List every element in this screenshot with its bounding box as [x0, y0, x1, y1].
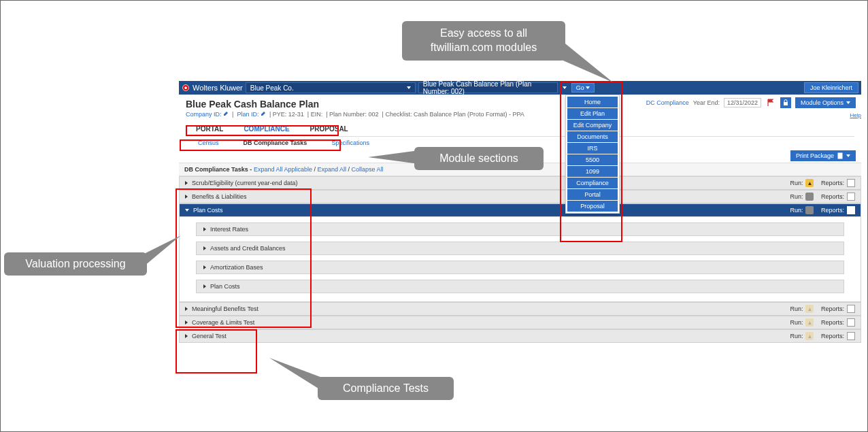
plan-selector[interactable]: Blue Peak Cash Balance Plan (Plan Number…	[418, 82, 558, 93]
print-package-button[interactable]: Print Package	[790, 150, 856, 161]
expand-applicable-link[interactable]: Expand All Applicable	[254, 166, 312, 173]
go-edit-plan[interactable]: Edit Plan	[567, 108, 618, 119]
callout-top-tail	[558, 38, 627, 93]
lock-icon[interactable]	[780, 97, 791, 108]
go-irs[interactable]: IRS	[567, 143, 618, 154]
task-general[interactable]: General Test Run:▲ Reports:	[179, 329, 861, 343]
warn-icon: ▲	[805, 332, 814, 340]
help-link[interactable]: Help	[850, 112, 861, 118]
year-end-label: Year End:	[693, 99, 720, 106]
go-edit-company[interactable]: Edit Company	[567, 120, 618, 131]
checkbox[interactable]	[847, 305, 855, 313]
go-documents[interactable]: Documents	[567, 131, 618, 142]
task-meaningful[interactable]: Meaningful Benefits Test Run:▲ Reports:	[179, 302, 861, 316]
status-icon	[805, 206, 814, 214]
chevron-down-icon	[407, 86, 411, 89]
callout-bottom-tail	[269, 358, 324, 392]
tabs-main: PORTAL COMPLIANCE PROPOSAL	[186, 122, 854, 136]
subtask-assets-credit[interactable]: Assets and Credit Balances	[196, 242, 844, 255]
go-proposal[interactable]: Proposal	[567, 201, 618, 212]
tab-proposal[interactable]: PROPOSAL	[300, 122, 358, 136]
task-scrub[interactable]: Scrub/Eligibility (current year-end data…	[179, 176, 861, 190]
subtask-plan-costs[interactable]: Plan Costs	[196, 280, 844, 293]
go-1099[interactable]: 1099	[567, 166, 618, 177]
go-5500[interactable]: 5500	[567, 154, 618, 165]
svg-marker-1	[368, 150, 419, 164]
svg-marker-3	[269, 358, 324, 392]
document-icon	[837, 152, 844, 159]
tab-compliance[interactable]: COMPLIANCE	[233, 122, 299, 136]
callout-mid: Module sections	[414, 147, 544, 170]
subtask-amortization[interactable]: Amortization Bases	[196, 261, 844, 274]
go-home[interactable]: Home	[567, 97, 618, 107]
warn-icon: ▲	[805, 179, 814, 187]
svg-point-5	[184, 86, 187, 89]
brand-icon	[182, 84, 190, 92]
company-selector[interactable]: Blue Peak Co.	[246, 82, 416, 93]
callout-left-tail	[140, 235, 188, 269]
plan-costs-subtasks: Interest Rates Assets and Credit Balance…	[179, 217, 861, 302]
warn-icon: ▲	[805, 305, 814, 313]
tab-portal[interactable]: PORTAL	[186, 122, 233, 136]
svg-rect-7	[838, 153, 842, 159]
subtask-interest-rates[interactable]: Interest Rates	[196, 222, 844, 236]
company-id-link[interactable]: Company ID:	[186, 111, 229, 118]
header-tools: DC Compliance Year End: 12/31/2022 Modul…	[646, 97, 856, 108]
plan-id-link[interactable]: Plan ID:	[237, 111, 266, 118]
module-options-button[interactable]: Module Options	[795, 97, 856, 108]
checkbox[interactable]	[847, 318, 855, 327]
checkbox[interactable]	[847, 193, 855, 201]
callout-top: Easy access to all ftwilliam.com modules	[402, 21, 565, 61]
app-window: Wolters Kluwer Blue Peak Co. Blue Peak C…	[179, 81, 861, 378]
flag-icon[interactable]	[765, 97, 776, 108]
task-coverage[interactable]: Coverage & Limits Test Run:▲ Reports:	[179, 316, 861, 329]
brand-text: Wolters Kluwer	[193, 84, 243, 92]
dc-compliance-link[interactable]: DC Compliance	[646, 99, 689, 106]
callout-mid-tail	[368, 147, 419, 167]
task-benefits[interactable]: Benefits & Liabilities Run: Reports:	[179, 190, 861, 203]
plan-meta: Company ID: | Plan ID: | PYE: 12-31 | EI…	[186, 111, 854, 118]
go-menu: Home Edit Plan Edit Company Documents IR…	[565, 95, 620, 214]
pencil-icon	[223, 111, 229, 116]
callout-left: Valuation processing	[4, 252, 147, 276]
go-portal[interactable]: Portal	[567, 189, 618, 200]
topbar: Wolters Kluwer Blue Peak Co. Blue Peak C…	[179, 81, 861, 95]
year-end-input[interactable]: 12/31/2022	[724, 98, 761, 107]
brand-logo: Wolters Kluwer	[182, 84, 243, 92]
go-compliance[interactable]: Compliance	[567, 178, 618, 188]
pencil-icon	[261, 111, 266, 116]
status-icon	[805, 193, 814, 201]
callout-bottom: Compliance Tests	[318, 377, 454, 400]
user-button[interactable]: Joe Kleinrichert	[804, 82, 858, 93]
subtab-census[interactable]: Census	[186, 137, 231, 149]
svg-rect-6	[784, 102, 788, 105]
svg-marker-0	[558, 38, 613, 82]
task-plan-costs[interactable]: Plan Costs Run: Reports:	[179, 203, 861, 217]
expand-all-link[interactable]: Expand All	[317, 166, 346, 173]
subtab-db-tasks[interactable]: DB Compliance Tasks	[231, 137, 320, 149]
subheader: Blue Peak Cash Balance Plan Company ID: …	[179, 95, 861, 150]
checkbox[interactable]	[847, 179, 855, 187]
checkbox[interactable]	[847, 332, 855, 340]
warn-icon: ▲	[805, 318, 814, 327]
checkbox[interactable]	[847, 206, 855, 214]
